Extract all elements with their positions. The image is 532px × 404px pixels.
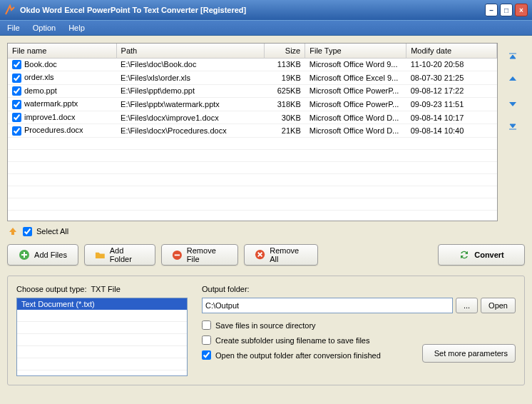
row-checkbox[interactable] <box>12 126 21 136</box>
convert-icon <box>459 249 470 261</box>
menu-option[interactable]: Option <box>33 24 56 32</box>
convert-button[interactable]: Convert <box>438 244 525 266</box>
output-folder-input[interactable] <box>202 298 453 313</box>
move-down-button[interactable] <box>506 96 520 110</box>
row-checkbox[interactable] <box>12 100 21 109</box>
table-row[interactable]: demo.pptE:\Files\ppt\demo.ppt625KBMicros… <box>8 84 497 98</box>
browse-button[interactable]: ... <box>456 298 478 313</box>
row-checkbox[interactable] <box>12 86 21 96</box>
set-more-parameters-button[interactable]: Set more parameters <box>422 344 516 363</box>
output-type-item[interactable]: Text Document (*.txt) <box>17 298 187 310</box>
save-in-source-label: Save files in source directory <box>215 321 316 330</box>
output-panel: Choose output type: TXT File Text Docume… <box>7 276 525 385</box>
row-checkbox[interactable] <box>12 113 21 122</box>
add-folder-button[interactable]: Add Folder <box>84 244 155 266</box>
reorder-buttons <box>506 50 520 133</box>
col-filename[interactable]: File name <box>8 44 116 58</box>
col-path[interactable]: Path <box>116 44 265 58</box>
choose-output-type-label: Choose output type: TXT File <box>16 285 188 293</box>
row-checkbox[interactable] <box>12 60 21 69</box>
open-button[interactable]: Open <box>481 298 516 313</box>
select-all-label: Select All <box>36 227 68 236</box>
maximize-button[interactable]: □ <box>500 4 513 16</box>
file-table[interactable]: File name Path Size File Type Modify dat… <box>7 43 498 221</box>
row-checkbox[interactable] <box>12 74 21 83</box>
minimize-button[interactable]: – <box>485 4 498 16</box>
up-folder-icon[interactable] <box>7 226 19 237</box>
move-top-button[interactable] <box>506 50 520 64</box>
add-icon <box>19 249 30 261</box>
move-bottom-button[interactable] <box>506 118 520 133</box>
menu-help[interactable]: Help <box>68 24 85 32</box>
open-after-checkbox[interactable] <box>202 350 211 360</box>
titlebar[interactable]: Okdo Word Excel PowerPoint To Text Conve… <box>0 0 532 20</box>
output-type-list[interactable]: Text Document (*.txt) <box>16 298 188 376</box>
table-row[interactable]: Procedures.docxE:\Files\docx\Procedures.… <box>8 124 497 138</box>
table-row[interactable]: watermark.pptxE:\Files\pptx\watermark.pp… <box>8 98 497 111</box>
col-modifydate[interactable]: Modify date <box>406 44 497 58</box>
save-in-source-checkbox[interactable] <box>202 320 211 330</box>
app-logo-icon <box>4 4 16 16</box>
output-folder-label: Output folder: <box>202 285 516 293</box>
col-size[interactable]: Size <box>265 44 305 58</box>
select-all-checkbox[interactable] <box>23 227 32 236</box>
create-subfolder-checkbox[interactable] <box>202 335 211 345</box>
window-title: Okdo Word Excel PowerPoint To Text Conve… <box>20 6 485 14</box>
remove-icon <box>172 249 183 261</box>
remove-all-icon <box>255 249 265 261</box>
menubar: File Option Help <box>0 20 532 36</box>
add-files-button[interactable]: Add Files <box>7 244 78 266</box>
remove-file-button[interactable]: Remove File <box>161 244 238 266</box>
open-after-label: Open the output folder after conversion … <box>215 351 381 360</box>
create-subfolder-label: Create subfolder using filename to save … <box>215 336 369 345</box>
close-button[interactable]: × <box>515 4 528 16</box>
table-row[interactable]: Book.docE:\Files\doc\Book.doc113KBMicros… <box>8 58 497 71</box>
table-row[interactable]: order.xlsE:\Files\xls\order.xls19KBMicro… <box>8 71 497 85</box>
move-up-button[interactable] <box>506 73 520 87</box>
col-filetype[interactable]: File Type <box>305 44 406 58</box>
menu-file[interactable]: File <box>7 24 20 32</box>
folder-icon <box>95 249 106 261</box>
table-row[interactable]: improve1.docxE:\Files\docx\improve1.docx… <box>8 111 497 124</box>
remove-all-button[interactable]: Remove All <box>244 244 318 266</box>
